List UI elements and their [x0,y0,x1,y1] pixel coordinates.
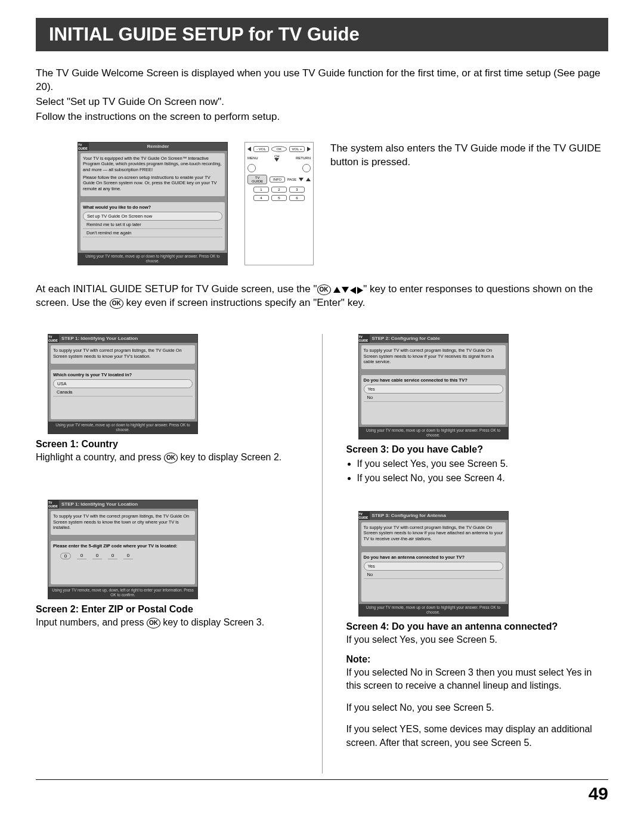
dialog-msg: To supply your TV with correct program l… [364,348,503,364]
dialog-question: Which country is your TV located in? [53,372,193,377]
zip-digit: 0 [123,553,133,559]
down-arrow-icon [299,178,304,181]
info-button: INFO [270,176,285,182]
dialog-footer: Using your TV remote, move up, down, lef… [48,587,197,599]
dialog-option: Yes [364,385,503,394]
intro-text: The TV Guide Welcome Screen is displayed… [36,67,608,124]
mid-text: key even if screen instructions specify … [123,297,366,308]
zip-digit: 0 [92,553,102,559]
dialog-option: No [364,571,503,579]
tv-guide-logo-icon: TV GUIDE [359,512,370,520]
ok-icon: OK [147,618,160,628]
bullet-item: If you select Yes, you see Screen 5. [357,457,609,470]
welcome-dialog: TV GUIDE Reminder Your TV is equipped wi… [78,142,228,265]
note-text: If you selected No in Screen 3 then you … [346,666,609,693]
mid-instruction: At each INITIAL GUIDE SETUP for TV Guide… [36,282,608,311]
dialog-header: STEP 2: Configuring for Cable [370,335,508,343]
dialog-msg: Please follow the on-screen setup instru… [83,175,222,191]
screen3-dialog: TV GUIDE STEP 2: Configuring for Cable T… [358,334,509,439]
right-arrow-icon [357,287,363,294]
dialog-option: No [364,394,503,402]
ok-icon: OK [317,284,331,295]
intro-line: Select "Set up TV Guide On Screen now". [36,95,608,109]
zip-digit: 0 [60,553,71,559]
screen-text: If you select Yes, you see Screen 5. [346,634,498,645]
dialog-msg: To supply your TV with correct program l… [53,348,193,359]
page-label: PAGE [287,178,296,181]
dialog-msg: Your TV is equipped with the TV Guide On… [83,156,222,172]
dialog-msg: To supply your TV with correct program l… [364,525,503,541]
intro-line: Follow the instructions on the screen to… [36,110,608,124]
dialog-header: STEP 3: Configuring for Antenna [370,512,508,520]
left-arrow-icon [247,147,251,151]
screen-title: Screen 2: Enter ZIP or Postal Code [36,604,193,614]
dialog-msg: To supply your TV with the correct progr… [53,513,193,530]
side-note: The system also enters the TV Guide mode… [330,142,608,265]
ok-button: OK [271,146,287,152]
dialog-footer: Using your TV remote, move up or down to… [78,253,227,265]
ok-icon: OK [110,298,123,309]
dialog-option: Set up TV Guide On Screen now [83,212,222,221]
zip-digit: 0 [108,553,117,559]
note-text: If you select No, you see Screen 5. [346,701,609,714]
side-note-text: The system also enters the TV Guide mode… [330,142,608,169]
dialog-option: Canada [53,388,193,397]
dialog-question: What would you like to do now? [83,205,222,210]
dialog-option: Remind me to set it up later [83,221,222,229]
dialog-header: Reminder [89,143,227,151]
page-title: INITIAL GUIDE SETUP for TV Guide [36,18,608,51]
num-button: 1 [253,187,269,193]
screen1-dialog: TV GUIDE STEP 1: Identifying Your Locati… [48,334,198,433]
right-arrow-icon [307,147,311,151]
remote-control-diagram: - VOL OK VOL + MENU CH RETURN TV GUIDE I… [244,142,314,265]
screen-text: key to display Screen 3. [160,617,264,627]
zip-digit: 0 [77,553,86,559]
up-arrow-icon [333,287,340,293]
num-button: 3 [289,187,305,193]
num-button: 6 [289,195,305,201]
screen-title: Screen 1: Country [36,439,118,449]
vol-minus-button: - VOL [253,146,269,152]
screen2-dialog: TV GUIDE STEP 1: Identifying Your Locati… [48,500,198,599]
note-text: If you select YES, some devices may disp… [346,723,609,750]
dialog-option: Don't remind me again [83,229,222,237]
dialog-question: Do you have cable service connected to t… [364,377,503,383]
page-number: 49 [36,779,608,804]
num-button: 2 [271,187,287,193]
screen4-dialog: TV GUIDE STEP 3: Configuring for Antenna… [358,511,509,617]
dialog-question: Do you have an antenna connected to your… [364,555,503,560]
screen-title: Screen 4: Do you have an antenna connect… [346,621,558,631]
mid-text: At each INITIAL GUIDE SETUP for TV Guide… [36,283,317,295]
dialog-header: STEP 1: Identifying Your Location [59,500,197,509]
tv-guide-logo-icon: TV GUIDE [359,335,370,343]
down-arrow-icon [342,287,349,293]
screen-text: Highlight a country, and press [36,452,164,462]
circle-button-icon [302,164,311,172]
dialog-footer: Using your TV remote, move up or down to… [359,427,508,439]
dialog-footer: Using your TV remote, move up or down to… [48,422,197,433]
column-divider [322,334,323,773]
down-arrow-icon [274,158,279,162]
tv-guide-logo-icon: TV GUIDE [48,335,59,343]
screen-text: Input numbers, and press [36,617,147,627]
dialog-footer: Using your TV remote, move up or down to… [359,604,508,616]
circle-button-icon [247,164,256,172]
dialog-option: USA [53,379,193,388]
up-arrow-icon [306,178,311,181]
dialog-question: Please enter the 5-digit ZIP code where … [53,543,193,549]
tv-guide-logo-icon: TV GUIDE [48,500,59,509]
tv-guide-logo-icon: TV GUIDE [78,143,89,151]
screen-title: Screen 3: Do you have Cable? [346,444,483,454]
left-arrow-icon [350,287,356,294]
return-label: RETURN [296,156,311,160]
dialog-option: Yes [364,562,503,571]
menu-label: MENU [247,156,258,160]
bullet-item: If you select No, you see Screen 4. [357,472,609,485]
intro-line: The TV Guide Welcome Screen is displayed… [36,67,608,94]
dialog-header: STEP 1: Identifying Your Location [59,335,197,343]
num-button: 4 [253,195,269,201]
num-button: 5 [271,195,287,201]
ok-icon: OK [164,453,178,463]
note-heading: Note: [346,653,609,666]
tvguide-button: TV GUIDE [247,175,267,184]
